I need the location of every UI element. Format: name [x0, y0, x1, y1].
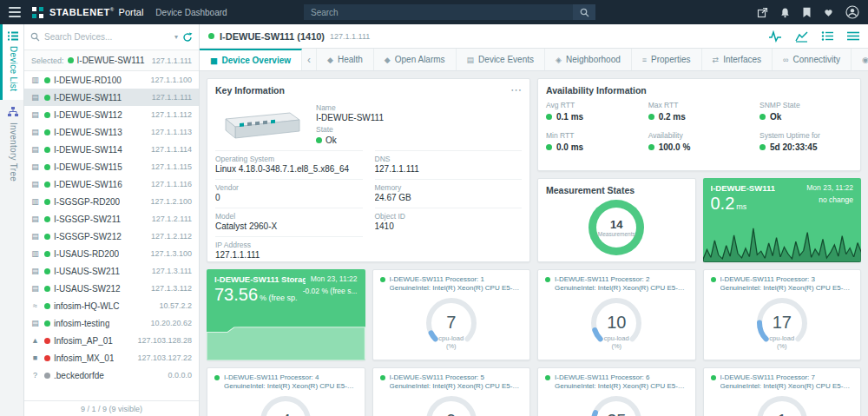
status-dot: [380, 375, 385, 380]
tab-properties[interactable]: ≡Properties: [632, 49, 702, 70]
device-ip: 127.1.1.100: [150, 76, 192, 84]
device-search-input[interactable]: [44, 32, 170, 42]
more-menu-icon[interactable]: [847, 31, 859, 41]
measurement-count: 14: [598, 218, 635, 231]
device-list-item[interactable]: ▥I-DEWUE-RD100127.1.1.100: [24, 71, 199, 89]
global-search-input[interactable]: [304, 4, 573, 20]
status-dot: [208, 33, 214, 39]
rtt-chart-card[interactable]: I-DEWUE-SW111 Mon 23, 11:22 0.2ms no cha…: [703, 178, 862, 262]
gauge-value: 25: [538, 411, 695, 416]
device-list-item[interactable]: ▥I-USAUS-RD200127.1.3.100: [24, 245, 199, 262]
events-icon: ▤: [467, 56, 475, 64]
tab-neighborhood[interactable]: ◈Neighborhood: [545, 49, 632, 70]
cpu-gauge-card[interactable]: I-DEWUE-SW111 Processor: 2 GenuineIntel:…: [537, 269, 696, 360]
tab-open-alarms[interactable]: ◆Open Alarms: [374, 49, 457, 70]
key-info-field: DNS127.1.1.111: [375, 150, 523, 179]
device-ip: 127.1.1.115: [151, 162, 192, 171]
device-list-pagination[interactable]: 9 / 1 / 9 (9 visible): [24, 400, 199, 416]
notifications-icon[interactable]: [779, 7, 791, 18]
availability-item: Min RTT0.0 ms: [546, 131, 648, 152]
device-list-item[interactable]: ▤I-SGSGP-SW212127.1.2.112: [24, 228, 199, 245]
chevron-down-icon[interactable]: ▾: [174, 33, 178, 41]
key-information-card: Key Information ⋯ Name: [207, 78, 530, 262]
availability-label: SNMP State: [760, 101, 852, 109]
line-chart-icon[interactable]: [795, 30, 808, 43]
cpu-gauge-card[interactable]: I-DEWUE-SW111 Processor: 6 GenuineIntel:…: [537, 367, 696, 416]
monitoring-icon: ◉: [862, 56, 868, 64]
card-title: Key Information: [215, 85, 285, 96]
device-list-item[interactable]: ▤I-DEWUE-SW114127.1.1.114: [24, 141, 199, 158]
cpu-gauge-card[interactable]: I-DEWUE-SW111 Processor: 5 GenuineIntel:…: [372, 367, 531, 416]
storage-chart-card[interactable]: I-DEWUE-SW111 Storage / Mon 23, 11:22 73…: [207, 269, 365, 360]
tab-connectivity[interactable]: ∞Connectivity: [773, 49, 852, 70]
health-icon: ◆: [327, 56, 333, 64]
tab-device-events[interactable]: ▤Device Events: [457, 49, 545, 70]
status-dot: [68, 57, 74, 63]
availability-value: 0.1 ms: [556, 112, 583, 122]
device-list-item[interactable]: ▤I-SGSGP-SW211127.1.2.111: [24, 210, 199, 228]
measurements-icon[interactable]: [768, 30, 782, 43]
device-type-icon: ▥: [30, 76, 41, 84]
tab-interfaces[interactable]: ⇄Interfaces: [702, 49, 773, 70]
device-list-item[interactable]: ▤I-USAUS-SW212127.1.3.112: [24, 280, 199, 297]
device-list-item[interactable]: ≈infosim-HQ-WLC10.57.2.2: [24, 297, 199, 314]
device-list-item[interactable]: ▥I-SGSGP-RD200127.1.2.100: [24, 193, 199, 210]
card-title: Measurement States: [546, 185, 635, 195]
device-name: I-USAUS-RD200: [54, 249, 119, 259]
device-list-item[interactable]: ▤infosim-testing10.20.20.62: [24, 314, 199, 332]
menu-icon[interactable]: [9, 7, 21, 17]
status-dot: [44, 355, 50, 361]
search-icon[interactable]: [573, 4, 595, 20]
status-dot: [44, 164, 50, 170]
status-dot: [760, 114, 766, 120]
tab-health[interactable]: ◆Health: [317, 49, 374, 70]
availability-item: Availability100.0 %: [648, 131, 760, 152]
status-dot: [44, 303, 50, 309]
status-dot: [44, 216, 50, 222]
device-list-item[interactable]: ▤I-DEWUE-SW112127.1.1.112: [24, 106, 199, 123]
cpu-gauge-card[interactable]: I-DEWUE-SW111 Processor: 4 GenuineIntel:…: [207, 367, 365, 416]
cpu-gauge-card[interactable]: I-DEWUE-SW111 Processor: 3 GenuineIntel:…: [703, 269, 862, 360]
measurement-states-card: Measurement States 14 Measurements: [537, 178, 696, 262]
open-in-new-icon[interactable]: [757, 7, 768, 18]
device-type-icon: ▤: [30, 110, 41, 119]
device-list-item[interactable]: ▤I-DEWUE-SW116127.1.1.116: [24, 175, 199, 193]
tab-device-overview[interactable]: ▦Device Overview: [200, 49, 302, 70]
device-list-item[interactable]: ▤I-DEWUE-SW111127.1.1.111: [24, 89, 199, 106]
reports-icon[interactable]: [821, 30, 834, 42]
bookmark-icon[interactable]: [802, 7, 812, 18]
field-value: 127.1.1.111: [215, 250, 363, 260]
availability-item: Avg RTT0.1 ms: [546, 101, 648, 122]
cpu-gauge-card[interactable]: I-DEWUE-SW111 Processor: 1 GenuineIntel:…: [372, 269, 531, 360]
tabs-scroll-left-icon[interactable]: ‹: [302, 49, 317, 70]
tab-label: Neighborhood: [566, 55, 621, 64]
device-list-item[interactable]: ?.beckedorfde0.0.0.0: [24, 366, 199, 384]
refresh-icon[interactable]: [182, 32, 193, 43]
favorites-icon[interactable]: [823, 7, 834, 17]
device-ip: 10.57.2.2: [159, 301, 192, 310]
tab-inventory-tree[interactable]: Inventory Tree: [0, 100, 23, 190]
availability-item: SNMP StateOk: [760, 101, 852, 122]
cpu-gauge-card[interactable]: I-DEWUE-SW111 Processor: 7 GenuineIntel:…: [703, 367, 862, 416]
timestamp: Mon 23, 11:22: [311, 274, 358, 283]
device-list-item[interactable]: ▤I-USAUS-SW211127.1.3.111: [24, 262, 199, 280]
availability-item: System Uptime for5d 20:33:45: [760, 131, 852, 152]
gauge-unit-label: (%): [373, 342, 530, 350]
tab-label: Properties: [651, 55, 691, 64]
status-dot: [545, 375, 550, 380]
card-menu-icon[interactable]: ⋯: [510, 87, 522, 94]
selected-device-ip: 127.1.1.111: [152, 56, 192, 65]
account-icon[interactable]: [845, 5, 859, 19]
tab-monitoring[interactable]: ◉Monitoring: [852, 49, 868, 70]
device-list-item[interactable]: ▲Infosim_AP_01127.103.128.28: [24, 332, 199, 349]
device-list-item[interactable]: ■Infosim_MX_01127.103.127.22: [24, 349, 199, 366]
status-dot: [44, 338, 50, 344]
gauge-card-header: I-DEWUE-SW111 Processor: 2 GenuineIntel:…: [538, 270, 695, 293]
device-name: I-DEWUE-RD100: [54, 76, 122, 85]
device-list-item[interactable]: ▤I-DEWUE-SW113127.1.1.113: [24, 123, 199, 141]
tab-device-list[interactable]: Device List: [0, 24, 23, 100]
field-label: State: [316, 125, 384, 134]
device-list-item[interactable]: ▤I-DEWUE-SW115127.1.1.115: [24, 158, 199, 175]
measurement-donut-chart[interactable]: 14 Measurements: [589, 200, 644, 255]
device-list-panel: ▾ Selected: I-DEWUE-SW111 127.1.1.111 ▥I…: [24, 24, 200, 416]
